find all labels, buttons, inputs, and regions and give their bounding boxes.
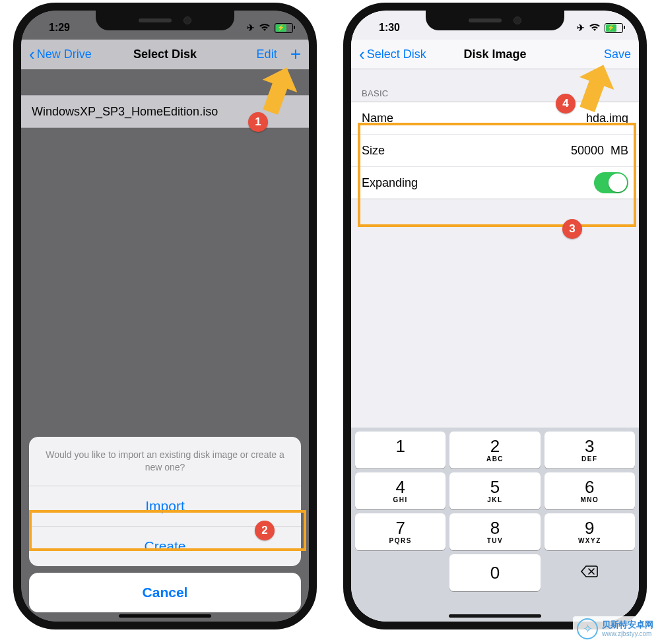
sheet-import-button[interactable]: Import: [29, 486, 301, 527]
airplane-icon: ✈: [577, 22, 585, 33]
key-7[interactable]: 7PQRS: [355, 513, 446, 550]
annotation-badge-4: 4: [556, 94, 576, 113]
row-size-value: 50000: [571, 144, 604, 157]
chevron-left-icon: ‹: [29, 46, 35, 63]
key-3[interactable]: 3DEF: [544, 432, 635, 468]
row-name[interactable]: Name hda.img: [351, 102, 639, 135]
disk-filename: WindowsXP_SP3_HomeEdition.iso: [32, 105, 218, 119]
notch: [426, 11, 564, 30]
battery-icon: ⚡: [605, 23, 623, 33]
annotation-badge-3: 3: [562, 219, 582, 239]
wifi-icon: [589, 22, 601, 34]
key-6[interactable]: 6MNO: [544, 472, 635, 509]
add-button[interactable]: +: [290, 45, 301, 63]
notch: [96, 11, 234, 30]
back-button[interactable]: ‹ New Drive: [29, 46, 92, 63]
home-indicator[interactable]: [449, 614, 541, 618]
expanding-switch[interactable]: [594, 172, 628, 193]
back-label: New Drive: [37, 48, 92, 61]
phone-right: 1:30 ✈ ⚡ ‹ Select Disk Disk Image Save: [343, 3, 647, 629]
numeric-keypad: 1 2ABC 3DEF 4GHI 5JKL 6MNO 7PQRS 8TUV 9W…: [351, 428, 639, 622]
annotation-badge-2: 2: [255, 521, 275, 540]
row-name-label: Name: [362, 112, 393, 125]
airplane-icon: ✈: [247, 22, 255, 33]
watermark: ✧ 贝斯特安卓网 www.zjbstyy.com: [573, 616, 657, 641]
nav-bar: ‹ New Drive Select Disk Edit +: [21, 40, 309, 69]
row-expanding-label: Expanding: [362, 176, 418, 190]
key-1[interactable]: 1: [355, 432, 446, 468]
screen-right: 1:30 ✈ ⚡ ‹ Select Disk Disk Image Save: [351, 11, 639, 622]
save-button[interactable]: Save: [604, 48, 631, 61]
key-backspace[interactable]: [544, 554, 635, 591]
key-0[interactable]: 0: [449, 554, 540, 591]
status-time: 1:29: [40, 22, 79, 34]
watermark-line1: 贝斯特安卓网: [602, 620, 653, 629]
row-size-unit: MB: [610, 144, 628, 157]
chevron-left-icon: ‹: [359, 46, 365, 63]
key-8[interactable]: 8TUV: [449, 513, 540, 550]
home-indicator[interactable]: [119, 614, 211, 618]
key-5[interactable]: 5JKL: [449, 472, 540, 509]
section-header-basic: BASIC: [362, 88, 389, 98]
watermark-logo-icon: ✧: [577, 618, 598, 639]
row-expanding: Expanding: [351, 167, 639, 199]
annotation-badge-1: 1: [248, 112, 268, 132]
back-label: Select Disk: [367, 48, 426, 61]
nav-bar: ‹ Select Disk Disk Image Save: [351, 40, 639, 69]
key-9[interactable]: 9WXYZ: [544, 513, 635, 550]
row-name-value: hda.img: [586, 112, 628, 125]
key-4[interactable]: 4GHI: [355, 472, 446, 509]
form-basic: Name hda.img Size 50000 MB Expanding: [351, 102, 639, 199]
row-size[interactable]: Size 50000 MB: [351, 135, 639, 167]
back-button[interactable]: ‹ Select Disk: [359, 46, 426, 63]
watermark-line2: www.zjbstyy.com: [602, 630, 653, 637]
edit-button[interactable]: Edit: [257, 48, 277, 61]
battery-icon: ⚡: [275, 23, 293, 33]
backspace-icon: [580, 564, 599, 582]
row-size-label: Size: [362, 144, 385, 158]
sheet-message: Would you like to import an existing dis…: [29, 437, 301, 486]
sheet-cancel-button[interactable]: Cancel: [29, 573, 301, 612]
key-blank: [355, 554, 446, 591]
status-time: 1:30: [370, 22, 409, 34]
wifi-icon: [259, 22, 271, 34]
key-2[interactable]: 2ABC: [449, 432, 540, 468]
